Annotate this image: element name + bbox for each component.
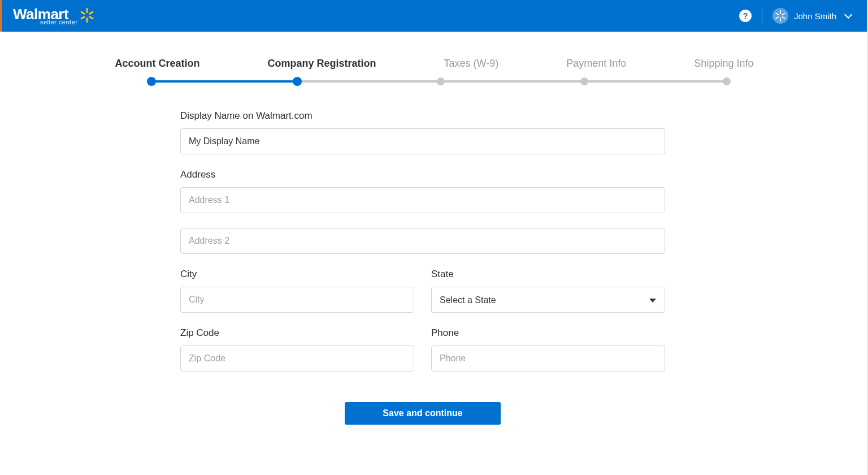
app-header: Walmart seller center ? — [0, 0, 868, 32]
chevron-down-icon — [844, 11, 852, 19]
address1-input[interactable] — [180, 187, 665, 213]
user-name-label: John Smith — [794, 11, 836, 21]
step-company-registration[interactable]: Company Registration — [268, 58, 376, 70]
stepper-dot-5 — [723, 77, 731, 85]
stepper-dot-1 — [147, 77, 156, 86]
stepper-dot-4 — [580, 77, 588, 85]
header-divider — [762, 7, 762, 24]
company-registration-form: Display Name on Walmart.com Address City… — [180, 110, 665, 425]
user-menu[interactable]: John Smith — [772, 8, 853, 24]
step-account-creation[interactable]: Account Creation — [115, 58, 200, 70]
stepper-dot-2 — [293, 77, 302, 86]
display-name-label: Display Name on Walmart.com — [180, 110, 665, 122]
step-shipping-info: Shipping Info — [694, 58, 753, 70]
phone-label: Phone — [431, 327, 665, 339]
avatar-spark-icon — [775, 11, 785, 21]
brand-subtitle: seller center — [40, 19, 77, 25]
walmart-spark-icon — [81, 9, 93, 21]
help-button[interactable]: ? — [739, 10, 752, 22]
display-name-input[interactable] — [180, 128, 665, 154]
stepper-dot-3 — [437, 77, 445, 85]
zip-label: Zip Code — [180, 327, 414, 339]
step-payment-info: Payment Info — [566, 58, 626, 70]
state-label: State — [431, 269, 665, 280]
zip-input[interactable] — [180, 346, 414, 372]
address-label: Address — [180, 169, 665, 180]
city-label: City — [180, 269, 414, 280]
city-input[interactable] — [180, 287, 414, 313]
stepper-progress — [151, 80, 297, 83]
question-mark-icon: ? — [743, 11, 748, 20]
step-taxes: Taxes (W-9) — [444, 58, 499, 70]
address2-input[interactable] — [180, 228, 665, 254]
brand-logo[interactable]: Walmart seller center — [13, 7, 93, 25]
state-select[interactable]: Select a State — [431, 287, 665, 313]
avatar — [772, 8, 788, 24]
progress-stepper: Account Creation Company Registration Ta… — [115, 58, 754, 85]
phone-input[interactable] — [431, 346, 665, 372]
save-and-continue-button[interactable]: Save and continue — [345, 402, 501, 425]
